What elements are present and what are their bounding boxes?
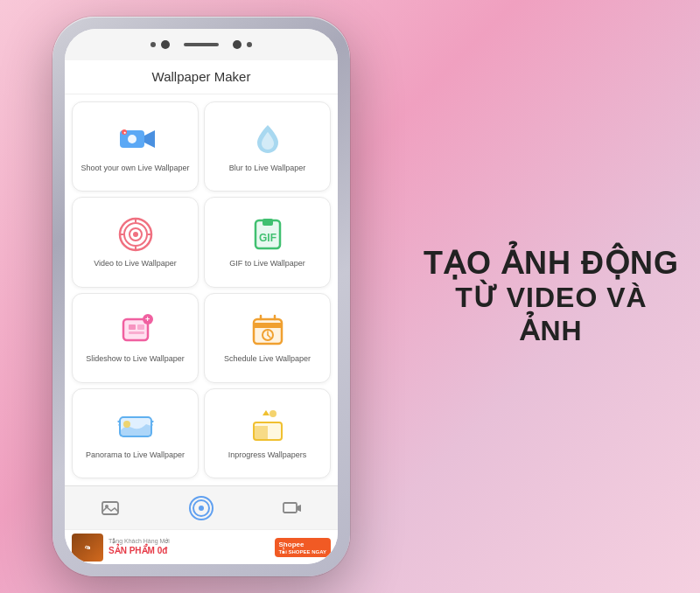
grid-item-shoot-live[interactable]: ● Shoot your own Live Wallpaper [72, 101, 199, 192]
svg-rect-37 [254, 426, 268, 440]
camera-dot2 [247, 42, 252, 47]
camera-dot [150, 42, 156, 47]
svg-text:GIF: GIF [259, 232, 276, 244]
video-live-icon [116, 215, 155, 254]
nav-gallery[interactable] [98, 496, 122, 520]
feature-grid: ● Shoot your own Live Wallpaper Blur to … [65, 94, 338, 485]
panorama-live-icon [116, 407, 155, 445]
grid-item-gif-live[interactable]: GIF GIF to Live Wallpaper [204, 197, 331, 287]
svg-rect-39 [102, 502, 118, 514]
grid-item-schedule-live[interactable]: Schedule Live Wallpaper [204, 293, 331, 383]
svg-rect-21 [129, 331, 144, 334]
nav-home[interactable] [189, 496, 214, 520]
shopee-badge[interactable]: Shopee Tải SHOPEE NGAY [275, 538, 331, 557]
ad-image: 🛍 [72, 534, 103, 562]
svg-text:+: + [145, 315, 150, 324]
grid-item-panorama-live[interactable]: Panorama to Live Wallpaper [72, 388, 199, 478]
shopee-cta: Tải SHOPEE NGAY [279, 548, 326, 555]
panorama-live-label: Panorama to Live Wallpaper [86, 450, 185, 461]
video-live-label: Video to Live Wallpaper [94, 259, 177, 269]
svg-point-38 [270, 410, 276, 417]
svg-marker-1 [144, 130, 155, 148]
shoot-live-label: Shoot your own Live Wallpaper [80, 164, 189, 174]
svg-point-8 [133, 232, 138, 237]
svg-point-2 [128, 135, 136, 143]
svg-rect-20 [137, 324, 144, 330]
inprogress-label: Inprogress Wallpapers [228, 450, 307, 461]
grid-item-blur-live[interactable]: Blur to Live Wallpaper [204, 101, 331, 192]
svg-text:●: ● [123, 129, 126, 135]
app-header: Wallpaper Maker [65, 60, 338, 94]
slideshow-live-label: Slideshow to Live Wallpaper [86, 354, 185, 365]
promo-line2: TỪ VIDEO VÀ ẢNH [420, 280, 682, 347]
slideshow-live-icon: + [116, 310, 155, 349]
ad-main-text: SẢN PHẨM 0đ [108, 546, 167, 555]
svg-point-34 [123, 421, 130, 428]
app-title: Wallpaper Maker [152, 69, 251, 84]
inprogress-icon [248, 407, 287, 445]
grid-item-inprogress[interactable]: Inprogress Wallpapers [204, 388, 331, 478]
svg-point-43 [199, 506, 204, 511]
camera-sensor [233, 40, 242, 49]
phone-screen: Wallpaper Maker ● Shoot you [65, 29, 338, 564]
svg-rect-44 [284, 503, 297, 513]
shoot-live-icon: ● [116, 120, 155, 158]
gif-live-label: GIF to Live Wallpaper [229, 259, 305, 269]
phone-frame: Wallpaper Maker ● Shoot you [52, 17, 350, 576]
promo-text-area: TẠO ẢNH ĐỘNG TỪ VIDEO VÀ ẢNH [420, 246, 682, 347]
nav-cast[interactable] [280, 496, 304, 520]
promo-line1: TẠO ẢNH ĐỘNG [420, 246, 682, 281]
phone-container: Wallpaper Maker ● Shoot you [52, 17, 350, 576]
grid-item-video-live[interactable]: Video to Live Wallpaper [72, 197, 199, 287]
ad-text-area: Tặng Khách Hàng Mới SẢN PHẨM 0đ [108, 538, 270, 555]
bottom-nav [65, 485, 338, 529]
blur-live-label: Blur to Live Wallpaper [229, 164, 306, 174]
camera-area [150, 40, 252, 49]
gif-live-icon: GIF [248, 215, 287, 254]
blur-live-icon [248, 120, 287, 158]
schedule-live-label: Schedule Live Wallpaper [224, 354, 311, 365]
schedule-live-icon [248, 310, 287, 349]
camera-lens [161, 40, 170, 49]
ad-banner[interactable]: 🛍 Tặng Khách Hàng Mới SẢN PHẨM 0đ Shopee… [65, 529, 338, 564]
shopee-brand: Shopee [279, 541, 326, 548]
grid-item-slideshow-live[interactable]: + Slideshow to Live Wallpaper [72, 293, 199, 383]
svg-rect-26 [254, 323, 282, 328]
phone-top-bar [65, 29, 338, 60]
svg-rect-15 [262, 219, 273, 226]
speaker-bar [184, 43, 219, 46]
ad-tag: Tặng Khách Hàng Mới [108, 538, 270, 545]
svg-rect-19 [129, 324, 136, 330]
